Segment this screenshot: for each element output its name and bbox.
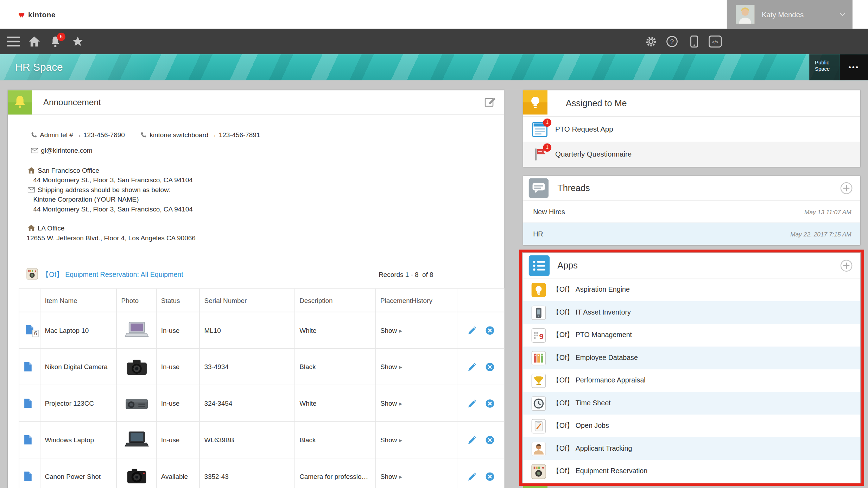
cell-description: White (295, 312, 376, 349)
record-doc-icon[interactable] (24, 471, 36, 482)
record-doc-icon[interactable]: 6 (25, 324, 34, 335)
gear-icon[interactable] (641, 29, 661, 54)
delete-record-button[interactable] (485, 435, 494, 444)
thread-item-new-hires[interactable]: New Hires May 13 11:07 AM (523, 201, 860, 223)
edit-announcement-icon[interactable] (484, 96, 497, 109)
thread-label: New Hires (533, 208, 804, 216)
user-menu[interactable]: Katy Mendes (727, 0, 853, 29)
column-actions (457, 289, 505, 312)
cell-serial: 33-4934 (199, 348, 295, 385)
threads-card: Threads New Hires May 13 11:07 AM HR May… (523, 176, 860, 245)
threads-title: Threads (557, 176, 590, 200)
thread-label: HR (533, 230, 790, 238)
app-item-equipment-reservation[interactable]: 【Of】 Equipment Reservation (523, 460, 860, 483)
table-row: Nikon Digital Camera In-use 33-4934 Blac… (19, 348, 504, 385)
phone-icon (31, 132, 37, 138)
kintone-space-page: ♥♥ kintone Katy Mendes (0, 0, 868, 488)
add-app-button[interactable] (840, 259, 853, 272)
apps-title: Apps (557, 253, 577, 278)
favorites-star-icon[interactable] (68, 29, 88, 54)
app-label: 【Of】 Time Sheet (552, 399, 610, 408)
record-doc-icon[interactable] (24, 435, 36, 445)
delete-record-button[interactable] (485, 326, 494, 335)
column-history: PlacementHistory (376, 289, 457, 312)
show-history-link[interactable]: Show (376, 312, 457, 349)
shipping-note-text: Shipping address should be shown as belo… (38, 186, 171, 194)
edit-record-button[interactable] (468, 326, 476, 335)
cell-item-name: Projector 123CC (40, 385, 116, 422)
column-serial: Serial Number (199, 289, 295, 312)
show-history-link[interactable]: Show (376, 385, 457, 422)
cell-serial: ML10 (199, 312, 295, 349)
help-icon[interactable]: ? (662, 29, 682, 54)
cell-description: White (295, 385, 376, 422)
space-options-button[interactable]: ••• (840, 54, 868, 80)
edit-record-button[interactable] (468, 435, 476, 444)
assigned-item-pto-request[interactable]: 1 PTO Request App (523, 117, 860, 142)
app-label: 【Of】 Employee Database (552, 353, 638, 363)
calendar-icon: 9 (531, 328, 546, 342)
notifications-bell-icon[interactable]: 6 (45, 29, 65, 54)
app-item-aspiration-engine[interactable]: 【Of】 Aspiration Engine (523, 278, 860, 301)
table-row: Canon Power Shot Available 3352-43 Camer… (19, 458, 504, 488)
table-row: Projector 123CC In-use 324-3454 White Sh… (19, 385, 504, 422)
photo-laptop-black (121, 430, 152, 450)
app-label: 【Of】 Open Jobs (552, 421, 609, 431)
menu-icon[interactable] (3, 29, 23, 54)
announcement-card: Announcement Admin tel # → 123-456-7890 … (8, 90, 504, 488)
delete-record-button[interactable] (485, 362, 494, 371)
next-card-peek (523, 486, 547, 488)
code-icon[interactable]: </> (705, 29, 725, 54)
assigned-item-label: Quarterly Questionnaire (555, 150, 632, 158)
app-item-time-sheet[interactable]: 【Of】 Time Sheet (523, 392, 860, 415)
record-doc-icon[interactable] (24, 361, 36, 372)
show-history-link[interactable]: Show (376, 422, 457, 458)
equipment-reservation-link[interactable]: 【Of】 Equipment Reservation: All Equipmen… (42, 270, 183, 280)
mobile-icon[interactable] (684, 29, 704, 54)
apps-header: Apps (523, 253, 860, 278)
record-doc-icon[interactable] (24, 398, 36, 408)
record-count-badge: 6 (32, 330, 39, 337)
app-item-open-jobs[interactable]: 【Of】 Open Jobs (523, 414, 860, 437)
clock-icon (531, 396, 546, 411)
svg-text:</>: </> (712, 40, 718, 45)
app-item-employee-database[interactable]: 【Of】 Employee Database (523, 347, 860, 369)
app-item-performance-appraisal[interactable]: 【Of】 Performance Appraisal (523, 369, 860, 392)
sf-office-text: San Francisco Office (38, 166, 99, 174)
flag-icon: 1 (532, 146, 547, 162)
home-icon[interactable] (24, 29, 44, 54)
column-photo: Photo (116, 289, 156, 312)
edit-record-button[interactable] (468, 472, 476, 481)
show-arrow-icon (397, 436, 402, 444)
app-label: 【Of】 PTO Management (552, 330, 632, 340)
cell-status: In-use (156, 312, 199, 349)
show-history-link[interactable]: Show (376, 348, 457, 385)
kintone-logo-text: kintone (28, 10, 56, 19)
office-building-icon (28, 225, 35, 232)
person-icon (531, 442, 546, 456)
assigned-item-quarterly-questionnaire[interactable]: 1 Quarterly Questionnaire (523, 142, 860, 167)
phone-icon (141, 132, 147, 138)
la-office-text: LA Office (38, 224, 64, 232)
kintone-logo[interactable]: ♥♥ kintone (18, 0, 56, 29)
show-history-link[interactable]: Show (376, 458, 457, 488)
edit-record-button[interactable] (468, 362, 476, 371)
app-item-pto-management[interactable]: 9 【Of】 PTO Management (523, 324, 860, 347)
delete-record-button[interactable] (485, 472, 494, 481)
delete-record-button[interactable] (485, 399, 494, 408)
thread-item-hr[interactable]: HR May 22, 2017 7:15 AM (523, 222, 860, 245)
column-description: Description (295, 289, 376, 312)
app-item-it-asset-inventory[interactable]: 【Of】 IT Asset Inventory (523, 301, 860, 324)
equipment-table: Item Name Photo Status Serial Number Des… (19, 289, 504, 488)
column-item-name: Item Name (40, 289, 116, 312)
edit-record-button[interactable] (468, 399, 476, 408)
cell-status: In-use (156, 422, 199, 458)
add-thread-button[interactable] (840, 182, 853, 194)
assigned-count-badge: 1 (543, 143, 551, 152)
assigned-title: Assigned to Me (566, 90, 627, 117)
camera-icon (531, 464, 546, 479)
notification-count-badge: 6 (57, 33, 65, 41)
app-item-applicant-tracking[interactable]: 【Of】 Applicant Tracking (523, 437, 860, 460)
cell-status: In-use (156, 385, 199, 422)
announcement-title: Announcement (43, 90, 101, 114)
